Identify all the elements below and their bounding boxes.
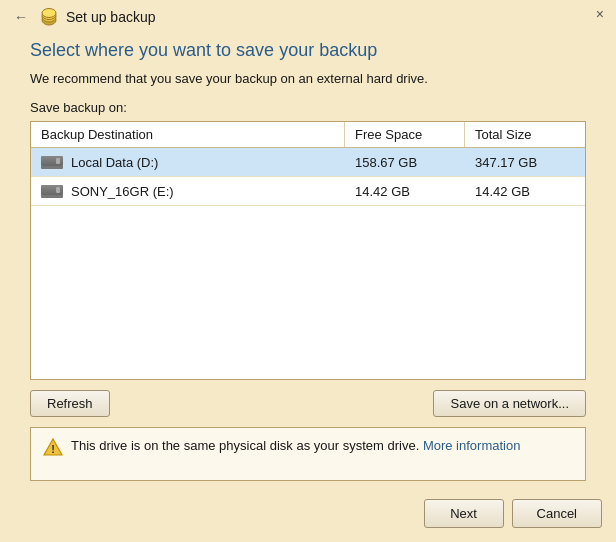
drive-icon-2 <box>41 183 65 199</box>
next-button[interactable]: Next <box>424 499 504 528</box>
row2-name: SONY_16GR (E:) <box>31 177 345 205</box>
svg-text:!: ! <box>51 443 55 455</box>
backup-destination-table: Backup Destination Free Space Total Size… <box>30 121 586 380</box>
row2-freespace: 14.42 GB <box>345 177 465 205</box>
back-button[interactable]: ← <box>10 7 32 27</box>
page-heading: Select where you want to save your backu… <box>30 40 586 61</box>
close-button[interactable]: × <box>590 4 610 24</box>
more-information-link[interactable]: More information <box>423 438 521 453</box>
title-bar-left: ← Set up backup <box>10 6 156 28</box>
main-content: Select where you want to save your backu… <box>0 32 616 491</box>
footer: Next Cancel <box>0 491 616 542</box>
backup-icon <box>38 6 60 28</box>
col-header-freespace: Free Space <box>345 122 465 147</box>
row2-totalsize: 14.42 GB <box>465 177 585 205</box>
save-backup-label: Save backup on: <box>30 100 586 115</box>
save-network-button[interactable]: Save on a network... <box>433 390 586 417</box>
row1-name: Local Data (D:) <box>31 148 345 176</box>
col-header-totalsize: Total Size <box>465 122 585 147</box>
drive-icon-1 <box>41 154 65 170</box>
svg-point-3 <box>42 9 56 18</box>
col-header-destination: Backup Destination <box>31 122 345 147</box>
warning-box: ! This drive is on the same physical dis… <box>30 427 586 481</box>
table-body: Local Data (D:) 158.67 GB 347.17 GB SONY… <box>31 148 585 206</box>
page-subtext: We recommend that you save your backup o… <box>30 71 586 86</box>
warning-text: This drive is on the same physical disk … <box>71 436 520 456</box>
table-row[interactable]: Local Data (D:) 158.67 GB 347.17 GB <box>31 148 585 177</box>
refresh-button[interactable]: Refresh <box>30 390 110 417</box>
cancel-button[interactable]: Cancel <box>512 499 602 528</box>
row1-freespace: 158.67 GB <box>345 148 465 176</box>
title-bar: ← Set up backup × <box>0 0 616 32</box>
table-row[interactable]: SONY_16GR (E:) 14.42 GB 14.42 GB <box>31 177 585 206</box>
warning-icon: ! <box>43 437 63 457</box>
action-buttons-row: Refresh Save on a network... <box>30 390 586 417</box>
window-title: Set up backup <box>66 9 156 25</box>
setup-backup-window: ← Set up backup × Select where you want … <box>0 0 616 542</box>
row1-totalsize: 347.17 GB <box>465 148 585 176</box>
table-header: Backup Destination Free Space Total Size <box>31 122 585 148</box>
